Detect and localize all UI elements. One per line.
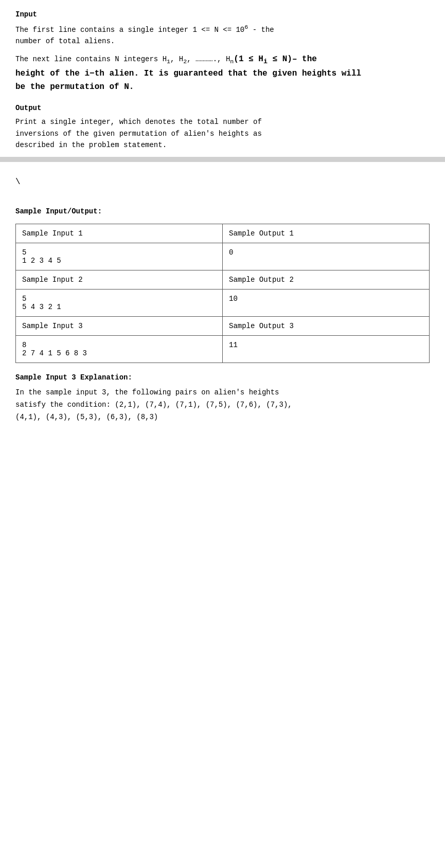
table-row-2-header: Sample Input 2 Sample Output 2 (16, 270, 430, 290)
backslash-section: \ (15, 167, 430, 197)
sample-input-2-data: 55 4 3 2 1 (16, 290, 223, 317)
sample-io-heading: Sample Input/Output: (15, 207, 430, 215)
sample-input-3-data: 82 7 4 1 5 6 8 3 (16, 336, 223, 363)
table-row-1-data: 51 2 3 4 5 0 (16, 243, 430, 270)
sample-input-1-label: Sample Input 1 (16, 224, 223, 243)
explanation-heading: Sample Input 3 Explanation: (15, 373, 430, 382)
input-paragraph1: The first line contains a single integer… (15, 23, 430, 47)
backslash-char: \ (15, 177, 21, 187)
sample-input-3-label: Sample Input 3 (16, 317, 223, 336)
table-row-1-header: Sample Input 1 Sample Output 1 (16, 224, 430, 243)
explanation-text: In the sample input 3, the following pai… (15, 387, 430, 423)
sample-output-2-label: Sample Output 2 (223, 270, 430, 290)
sample-output-1-label: Sample Output 1 (223, 224, 430, 243)
table-row-2-data: 55 4 3 2 1 10 (16, 290, 430, 317)
output-text: Print a single integer, which denotes th… (15, 116, 430, 151)
sample-output-1-data: 0 (223, 243, 430, 270)
input-p1-text: The first line contains a single integer… (15, 26, 274, 45)
sample-input-1-data: 51 2 3 4 5 (16, 243, 223, 270)
input-paragraph2: The next line contains N integers H1, H2… (15, 53, 430, 94)
output-text-content: Print a single integer, which denotes th… (15, 118, 262, 149)
sample-output-3-data: 11 (223, 336, 430, 363)
sample-input-2-label: Sample Input 2 (16, 270, 223, 290)
input-section: Input The first line contains a single i… (15, 10, 430, 94)
input-label: Input (15, 10, 430, 19)
input-p2-normal: The next line contains N integers H1, H2… (15, 55, 234, 63)
output-section: Output Print a single integer, which den… (15, 104, 430, 151)
io-table: Sample Input 1 Sample Output 1 51 2 3 4 … (15, 224, 430, 363)
page-container: Input The first line contains a single i… (0, 0, 445, 868)
sample-output-3-label: Sample Output 3 (223, 317, 430, 336)
section-divider (0, 157, 445, 162)
table-row-3-data: 82 7 4 1 5 6 8 3 11 (16, 336, 430, 363)
output-label: Output (15, 104, 430, 112)
table-row-3-header: Sample Input 3 Sample Output 3 (16, 317, 430, 336)
sample-output-2-data: 10 (223, 290, 430, 317)
